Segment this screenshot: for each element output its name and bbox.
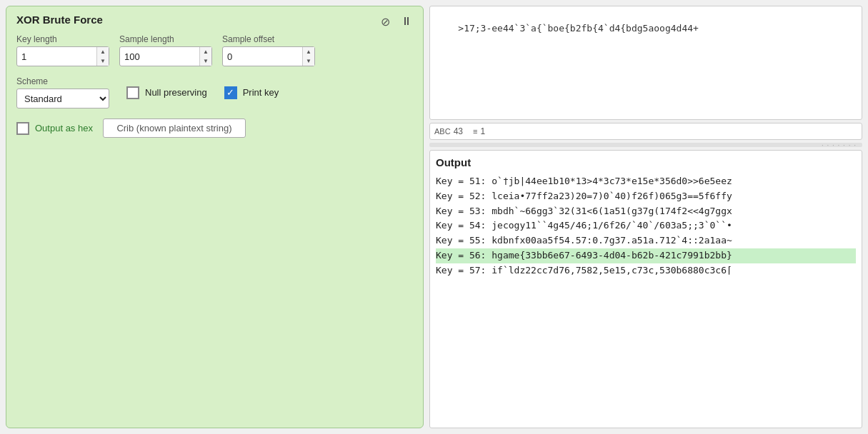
- null-preserving-checkbox[interactable]: [126, 86, 139, 99]
- sample-length-up[interactable]: ▲: [200, 47, 211, 56]
- output-as-hex-checkbox[interactable]: [16, 122, 29, 135]
- sample-length-label: Sample length: [119, 34, 212, 44]
- right-panel: >17;3-ee44`3`a{`boe{b2fb{4`d4{bdg5aoog4d…: [429, 0, 868, 434]
- sample-length-control: ▲ ▼: [119, 46, 212, 66]
- null-preserving-label: Null preserving: [145, 87, 207, 98]
- output-line: Key = 53: mbdh`~66gg3`32(31<6(1a51(g37g(…: [436, 204, 856, 219]
- input-area[interactable]: >17;3-ee44`3`a{`boe{b2fb{4`d4{bdg5aoog4d…: [429, 6, 862, 120]
- sample-offset-input[interactable]: [223, 51, 302, 62]
- output-line: Key = 57: if`ldz22cc7d76,7582,5e15,c73c,…: [436, 263, 856, 278]
- key-length-input[interactable]: [17, 51, 96, 62]
- output-line: Key = 56: hgame{33bb6e67-6493-4d04-b62b-…: [436, 248, 856, 263]
- print-key-label: Print key: [243, 87, 279, 98]
- sample-offset-label: Sample offset: [222, 34, 315, 44]
- key-length-label: Key length: [16, 34, 109, 44]
- output-lines: Key = 51: o`†jb|44ee1b10*13>4*3c73*e15e*…: [436, 174, 856, 278]
- drag-dots-icon: · · · · · · ·: [822, 141, 857, 149]
- lines-icon: ≡: [473, 127, 477, 136]
- lines-count: 1: [480, 126, 485, 136]
- abc-count: 43: [454, 126, 463, 136]
- sample-offset-control: ▲ ▼: [222, 46, 315, 66]
- output-as-hex-group[interactable]: Output as hex: [16, 122, 93, 135]
- panel-title: XOR Brute Force: [16, 14, 413, 26]
- drag-handle[interactable]: · · · · · · ·: [429, 143, 862, 147]
- scheme-label: Scheme: [16, 76, 109, 86]
- print-key-group[interactable]: ✓ Print key: [224, 86, 279, 99]
- key-length-arrows: ▲ ▼: [96, 47, 109, 66]
- sample-length-input[interactable]: [120, 51, 199, 62]
- sample-offset-group: Sample offset ▲ ▼: [222, 34, 315, 66]
- output-panel[interactable]: Output Key = 51: o`†jb|44ee1b10*13>4*3c7…: [429, 150, 862, 428]
- sample-offset-up[interactable]: ▲: [303, 47, 314, 56]
- output-line: Key = 55: kdbnfx00aa5f54.57:0.7g37.a51a.…: [436, 233, 856, 248]
- key-length-down[interactable]: ▼: [97, 56, 109, 66]
- hex-row: Output as hex Crib (known plaintext stri…: [16, 118, 413, 138]
- spinner-row: Key length ▲ ▼ Sample length ▲ ▼ Sample …: [16, 34, 413, 66]
- crib-button[interactable]: Crib (known plaintext string): [103, 118, 246, 138]
- abc-icon: ABC: [434, 127, 451, 136]
- abc-status: ABC 43: [434, 126, 463, 136]
- key-length-group: Key length ▲ ▼: [16, 34, 109, 66]
- cancel-icon[interactable]: ⊘: [377, 14, 393, 29]
- sample-length-arrows: ▲ ▼: [199, 47, 211, 66]
- null-preserving-group[interactable]: Null preserving: [126, 86, 207, 99]
- sample-offset-arrows: ▲ ▼: [302, 47, 314, 66]
- panel-controls: ⊘ ⏸: [377, 14, 414, 29]
- key-length-up[interactable]: ▲: [97, 47, 109, 56]
- checkmark-icon: ✓: [226, 88, 234, 97]
- print-key-checkbox[interactable]: ✓: [224, 86, 237, 99]
- output-line: Key = 52: lceia•77ff2a23)20=7)0`40)f26f)…: [436, 189, 856, 204]
- output-as-hex-label: Output as hex: [35, 123, 93, 133]
- pause-icon[interactable]: ⏸: [399, 14, 414, 29]
- sample-offset-down[interactable]: ▼: [303, 56, 314, 66]
- scheme-row: Scheme Standard Null preserving ✓ Print …: [16, 76, 413, 108]
- scheme-group: Scheme Standard: [16, 76, 109, 108]
- left-panel: XOR Brute Force ⊘ ⏸ Key length ▲ ▼ Sampl…: [6, 6, 424, 428]
- output-title: Output: [436, 156, 856, 168]
- output-line: Key = 51: o`†jb|44ee1b10*13>4*3c73*e15e*…: [436, 174, 856, 189]
- input-text: >17;3-ee44`3`a{`boe{b2fb{4`d4{bdg5aoog4d…: [458, 23, 699, 34]
- sample-length-down[interactable]: ▼: [200, 56, 211, 66]
- lines-status: ≡ 1: [473, 126, 485, 136]
- output-line: Key = 54: jecogy11``4g45/46;1/6f26/`40`/…: [436, 218, 856, 233]
- status-bar: ABC 43 ≡ 1: [429, 123, 862, 140]
- scheme-select[interactable]: Standard: [16, 89, 109, 108]
- sample-length-group: Sample length ▲ ▼: [119, 34, 212, 66]
- key-length-control: ▲ ▼: [16, 46, 109, 66]
